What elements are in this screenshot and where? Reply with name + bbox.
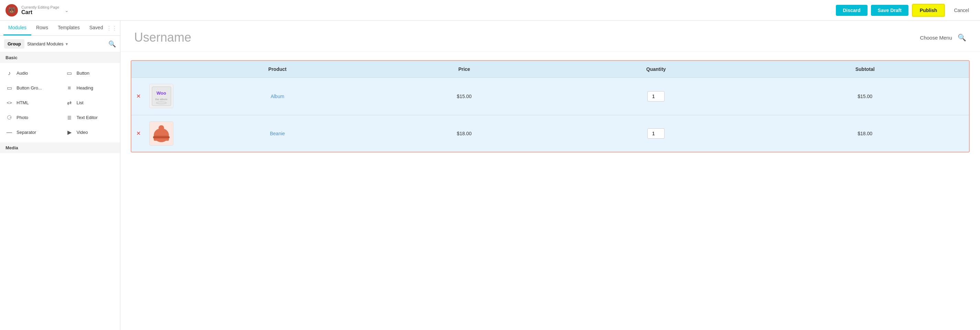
module-item-text-editor[interactable]: ≣ Text Editor	[60, 110, 120, 125]
col-product: Product	[178, 61, 377, 78]
page-name: Cart	[21, 9, 59, 16]
price-album: $15.00	[457, 94, 472, 99]
drag-handle-icon: ⋮⋮	[106, 25, 117, 31]
module-label-audio: Audio	[16, 70, 28, 76]
module-item-button[interactable]: ▭ Button	[60, 66, 120, 81]
cart-row-beanie: ✕	[131, 115, 969, 152]
quantity-input-album[interactable]	[648, 91, 665, 102]
thumb-cell-album: Woo the album	[145, 78, 178, 115]
remove-cell-beanie: ✕	[131, 115, 145, 152]
svg-rect-9	[154, 135, 168, 136]
module-label-button-group: Button Gro...	[16, 85, 42, 91]
group-filter-button[interactable]: Group	[4, 39, 24, 48]
module-label-html: HTML	[16, 100, 29, 105]
module-item-photo[interactable]: ⚆ Photo	[0, 110, 60, 125]
tab-templates[interactable]: Templates	[53, 21, 84, 35]
section-header-media: Media	[0, 142, 120, 153]
editing-label: Currently Editing Page	[21, 5, 59, 9]
thumb-cell-beanie	[145, 115, 178, 152]
cancel-button[interactable]: Cancel	[948, 5, 975, 16]
button-icon: ▭	[66, 70, 73, 77]
group-select-label: Standard Modules	[27, 41, 64, 46]
html-icon: <>	[5, 100, 13, 105]
col-thumb	[145, 61, 178, 78]
group-select[interactable]: Standard Modules ▼	[27, 41, 106, 46]
tab-modules[interactable]: Modules	[3, 21, 31, 35]
module-list: Basic ♪ Audio ▭ Button ▭ Button Gro... ≡…	[0, 52, 120, 330]
chevron-down-icon: ▼	[65, 42, 69, 46]
price-cell-beanie: $18.00	[377, 115, 551, 152]
list-icon: ⇄	[66, 99, 73, 106]
module-item-separator[interactable]: — Separator	[0, 125, 60, 140]
text-editor-icon: ≣	[66, 114, 73, 121]
product-link-beanie[interactable]: Beanie	[270, 131, 285, 136]
module-label-photo: Photo	[16, 115, 28, 120]
remove-icon-album[interactable]: ✕	[136, 93, 141, 99]
separator-icon: —	[5, 129, 13, 136]
audio-icon: ♪	[5, 70, 13, 77]
svg-rect-1	[152, 87, 171, 106]
filter-row: Group Standard Modules ▼ 🔍	[0, 36, 120, 52]
basic-module-grid: ♪ Audio ▭ Button ▭ Button Gro... ≡ Headi…	[0, 63, 120, 142]
product-name-cell-album: Album	[178, 78, 377, 115]
main-content: Username Choose Menu 🔍 Product Price Qua…	[120, 21, 980, 330]
page-header-actions: Choose Menu 🔍	[920, 33, 966, 41]
subtotal-cell-album: $15.00	[761, 78, 969, 115]
module-label-separator: Separator	[16, 130, 36, 135]
module-item-html[interactable]: <> HTML	[0, 95, 60, 110]
col-price: Price	[377, 61, 551, 78]
product-link-album[interactable]: Album	[271, 94, 285, 99]
photo-icon: ⚆	[5, 114, 13, 121]
choose-menu-label[interactable]: Choose Menu	[920, 35, 952, 41]
module-label-video: Video	[77, 130, 88, 135]
remove-icon-beanie[interactable]: ✕	[136, 131, 141, 136]
quantity-cell-album	[551, 78, 761, 115]
module-label-button: Button	[77, 70, 90, 76]
subtotal-cell-beanie: $18.00	[761, 115, 969, 152]
module-item-list[interactable]: ⇄ List	[60, 95, 120, 110]
video-icon: ▶	[66, 129, 73, 136]
sidebar: Modules Rows Templates Saved ⋮⋮ Group St…	[0, 21, 120, 330]
svg-rect-8	[153, 136, 170, 138]
page-title: Username	[134, 30, 191, 45]
publish-button[interactable]: Publish	[912, 4, 945, 17]
quantity-cell-beanie	[551, 115, 761, 152]
cart-table-header-row: Product Price Quantity Subtotal	[131, 61, 969, 78]
col-quantity: Quantity	[551, 61, 761, 78]
search-icon[interactable]: 🔍	[958, 33, 966, 41]
quantity-input-beanie[interactable]	[648, 128, 665, 139]
page-info-section: 🐻 Currently Editing Page Cart ⌄	[5, 4, 69, 16]
svg-text:Woo: Woo	[156, 91, 166, 96]
module-label-text-editor: Text Editor	[77, 115, 98, 120]
beanie-svg	[151, 123, 172, 144]
cart-table: Product Price Quantity Subtotal ✕	[131, 61, 969, 152]
save-draft-button[interactable]: Save Draft	[871, 5, 908, 16]
module-item-video[interactable]: ▶ Video	[60, 125, 120, 140]
module-label-list: List	[77, 100, 84, 105]
svg-text:the album: the album	[155, 98, 167, 101]
top-bar: 🐻 Currently Editing Page Cart ⌄ Discard …	[0, 0, 980, 21]
sidebar-tabs: Modules Rows Templates Saved ⋮⋮	[0, 21, 120, 36]
woo-logo-svg: Woo the album	[150, 85, 173, 107]
product-thumb-album: Woo the album	[149, 84, 173, 108]
module-item-audio[interactable]: ♪ Audio	[0, 66, 60, 81]
discard-button[interactable]: Discard	[836, 5, 867, 16]
top-bar-actions: Discard Save Draft Publish Cancel	[836, 4, 975, 17]
cart-area: Product Price Quantity Subtotal ✕	[131, 60, 970, 153]
button-group-icon: ▭	[5, 84, 13, 91]
module-item-button-group[interactable]: ▭ Button Gro...	[0, 81, 60, 95]
cart-row-album: ✕ Woo the album	[131, 78, 969, 115]
remove-cell-album: ✕	[131, 78, 145, 115]
tab-saved[interactable]: Saved	[84, 21, 108, 35]
module-item-heading[interactable]: ≡ Heading	[60, 81, 120, 95]
layout: Modules Rows Templates Saved ⋮⋮ Group St…	[0, 21, 980, 330]
heading-icon: ≡	[66, 85, 73, 91]
chevron-down-icon[interactable]: ⌄	[65, 8, 69, 13]
search-icon[interactable]: 🔍	[108, 40, 116, 48]
subtotal-album: $15.00	[858, 94, 872, 99]
product-name-cell-beanie: Beanie	[178, 115, 377, 152]
price-beanie: $18.00	[457, 131, 472, 136]
svg-point-7	[159, 125, 164, 131]
tab-rows[interactable]: Rows	[31, 21, 53, 35]
module-label-heading: Heading	[77, 85, 93, 91]
